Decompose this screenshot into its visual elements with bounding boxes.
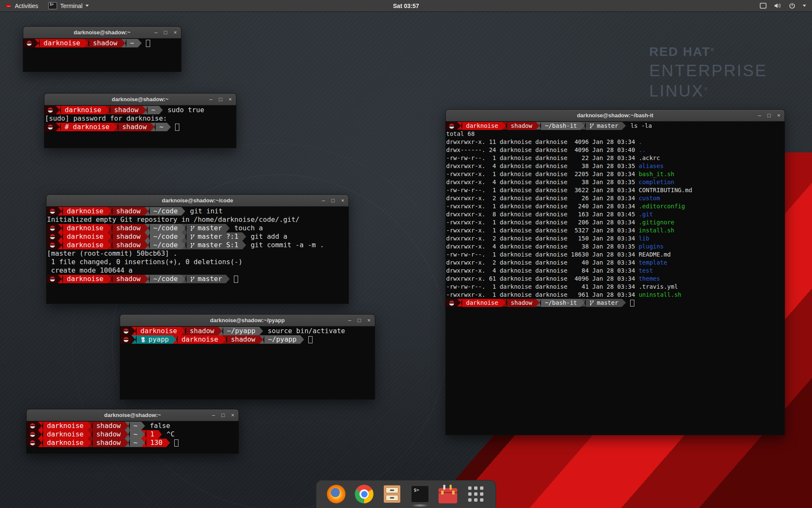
prompt-pokeball-icon [50, 276, 55, 282]
window-titlebar[interactable]: darknoise@shadow:~–□× [23, 27, 181, 39]
volume-icon[interactable] [774, 3, 782, 9]
powerline-arrow [222, 335, 227, 344]
prompt-segment-user: darknoise [63, 207, 107, 215]
prompt-segment-icon [24, 39, 35, 47]
window-minimize-button[interactable]: – [322, 198, 325, 203]
ls-row: drwxrwxr-x. 4 darknoise darknoise 84 Jan… [446, 267, 785, 275]
ls-filename: custom [639, 195, 660, 202]
powerline-arrow [581, 299, 586, 306]
tray-chevron-down-icon[interactable] [803, 5, 806, 7]
window-titlebar[interactable]: darknoise@shadow:~/pyapp–□× [120, 315, 375, 326]
prompt-segment-host: shadow [507, 299, 536, 307]
ls-row: -rw-rw-r--. 1 darknoise darknoise 41 Jan… [446, 283, 785, 291]
window-minimize-button[interactable]: – [348, 318, 351, 323]
dock-item-firefox[interactable] [326, 484, 346, 504]
prompt-segment-git: master S:1 [187, 241, 242, 249]
window-maximize-button[interactable]: □ [222, 412, 225, 418]
window-titlebar[interactable]: darknoise@shadow:~/code–□× [47, 195, 348, 207]
powerline-arrow [173, 335, 178, 344]
powerline-arrow [536, 122, 541, 130]
dock-item-terminal[interactable]: $> [410, 484, 430, 504]
ls-meta: drwxrwxr-x. 61 darknoise darknoise 4096 … [446, 275, 639, 282]
ls-filename: template [639, 259, 667, 266]
window-close-button[interactable]: × [777, 113, 780, 118]
ls-row: drwxrwxr-x. 2 darknoise darknoise 26 Jan… [446, 194, 785, 202]
ls-meta: drwxrwxr-x. 11 darknoise darknoise 4096 … [446, 138, 639, 145]
prompt-segment-icon [27, 439, 38, 447]
powerline-arrow [141, 422, 146, 430]
terminal-window: darknoise@shadow:~–□×darknoiseshadow~ [23, 26, 181, 72]
display-icon[interactable] [760, 3, 767, 9]
window-minimize-button[interactable]: – [758, 113, 761, 118]
window-titlebar[interactable]: darknoise@shadow:~–□× [27, 409, 239, 421]
activities-label: Activities [15, 3, 38, 9]
powerline-arrow [226, 275, 231, 283]
terminal-window: darknoise@shadow:~–□×darknoiseshadow~sud… [44, 93, 236, 148]
ls-meta: drwxrwxr-x. 4 darknoise darknoise 84 Jan… [446, 267, 639, 274]
window-close-button[interactable]: × [367, 318, 370, 323]
terminal-content[interactable]: darknoiseshadow~/pyappsource bin/activat… [120, 326, 375, 399]
command-text: ls -la [631, 122, 652, 130]
prompt-segment-user: darknoise [462, 122, 502, 130]
ls-filename: plugins [639, 243, 664, 250]
dock-item-app-grid[interactable] [466, 484, 486, 504]
powerline-arrow [38, 439, 43, 447]
window-maximize-button[interactable]: □ [768, 113, 771, 118]
git-branch-icon [190, 225, 195, 232]
terminal-content[interactable]: darknoiseshadow~falsedarknoiseshadow~1^C… [27, 421, 239, 453]
powerline-arrow [167, 123, 172, 131]
window-maximize-button[interactable]: □ [358, 318, 361, 323]
powerline-arrow [259, 335, 264, 344]
git-branch-icon [190, 276, 195, 282]
running-indicator [411, 504, 428, 507]
window-close-button[interactable]: × [228, 97, 232, 102]
terminal-output-line: 1 file changed, 0 insertions(+), 0 delet… [47, 258, 348, 266]
app-menu-terminal[interactable]: $> Terminal [43, 0, 94, 11]
powerline-arrow [113, 123, 118, 131]
command-text: sudo true [167, 106, 204, 114]
terminal-content[interactable]: darknoiseshadow~/bash-itmasterls -latota… [446, 121, 785, 435]
ls-meta: -rw-rw-r--. 1 darknoise darknoise 41 Jan… [446, 283, 639, 290]
window-maximize-button[interactable]: □ [332, 198, 335, 203]
terminal-output-line: [master (root-commit) 50bcb63] . [47, 249, 348, 258]
terminal-cursor [175, 124, 179, 131]
power-icon[interactable] [789, 3, 796, 9]
prompt-pokeball-icon [123, 329, 129, 334]
window-minimize-button[interactable]: – [212, 412, 215, 418]
window-close-button[interactable]: × [231, 412, 234, 418]
window-close-button[interactable]: × [341, 198, 344, 203]
firefox-icon [327, 485, 346, 503]
terminal-content[interactable]: darknoiseshadow~ [23, 39, 181, 72]
terminal-prompt-line: darknoiseshadow~/bash-itmaster [446, 299, 785, 307]
prompt-segment-user: darknoise [40, 39, 84, 47]
prompt-segment-venv: pyapp [137, 335, 173, 344]
prompt-pokeball-icon [48, 108, 53, 113]
window-titlebar[interactable]: darknoise@shadow:~/bash-it–□× [446, 110, 785, 121]
terminal-prompt-line: darknoiseshadow~/pyappsource bin/activat… [121, 327, 375, 335]
clock[interactable]: Sat 03:57 [389, 0, 423, 11]
dock-item-files[interactable] [382, 484, 402, 504]
window-maximize-button[interactable]: □ [219, 97, 222, 102]
powerline-arrow [145, 224, 150, 232]
window-minimize-button[interactable]: – [154, 30, 157, 35]
window-minimize-button[interactable]: – [209, 97, 212, 102]
prompt-segment-icon [47, 232, 58, 241]
window-maximize-button[interactable]: □ [164, 30, 167, 35]
powerline-arrow [145, 207, 150, 215]
powerline-arrow [84, 39, 89, 47]
prompt-pokeball-icon [30, 423, 35, 428]
powerline-arrow [300, 335, 305, 344]
window-close-button[interactable]: × [173, 30, 177, 35]
dock-item-chrome[interactable] [354, 484, 374, 504]
powerline-arrow [502, 122, 507, 130]
activities-button[interactable]: Activities [0, 0, 43, 11]
dock-item-toolbox[interactable] [438, 484, 458, 504]
terminal-content[interactable]: darknoiseshadow~/codegit initInitialized… [47, 207, 348, 304]
ls-meta: drwxrwxr-x. 2 darknoise darknoise 150 Ja… [446, 235, 639, 242]
prompt-pokeball-icon [48, 124, 53, 130]
terminal-content[interactable]: darknoiseshadow~sudo true[sudo] password… [44, 105, 236, 148]
window-titlebar[interactable]: darknoise@shadow:~–□× [44, 94, 236, 105]
ls-filename: CONTRIBUTING.md [639, 187, 692, 193]
prompt-segment-user: darknoise [137, 327, 181, 335]
prompt-segment-icon [47, 275, 58, 283]
